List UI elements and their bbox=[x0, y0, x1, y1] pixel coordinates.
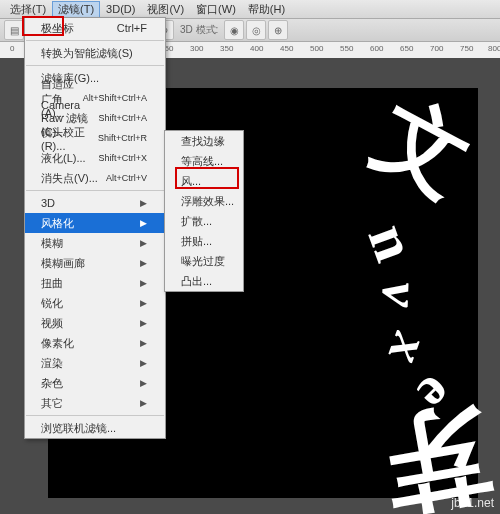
mode-label: 3D 模式: bbox=[176, 23, 222, 37]
ruler-mark: 700 bbox=[430, 44, 443, 53]
menu-label: 扭曲 bbox=[41, 276, 63, 291]
menu-item-sharpen[interactable]: 锐化▶ bbox=[25, 293, 165, 313]
submenu-arrow-icon: ▶ bbox=[140, 298, 147, 308]
ruler-mark: 550 bbox=[340, 44, 353, 53]
menu-label: 转换为智能滤镜(S) bbox=[41, 46, 133, 61]
menu-shortcut: Shift+Ctrl+A bbox=[98, 113, 147, 123]
submenu-arrow-icon: ▶ bbox=[140, 258, 147, 268]
canvas-text: v bbox=[369, 281, 433, 308]
submenu-item-contour[interactable]: 等高线... bbox=[165, 151, 243, 171]
ruler-mark: 300 bbox=[190, 44, 203, 53]
ruler-mark: 650 bbox=[400, 44, 413, 53]
submenu-arrow-icon: ▶ bbox=[140, 378, 147, 388]
menu-label: 风格化 bbox=[41, 216, 74, 231]
menu-item-smart-filter[interactable]: 转换为智能滤镜(S) bbox=[25, 43, 165, 63]
canvas-text: n bbox=[353, 215, 429, 270]
submenu-arrow-icon: ▶ bbox=[140, 338, 147, 348]
menu-item-noise[interactable]: 杂色▶ bbox=[25, 373, 165, 393]
menu-separator bbox=[26, 190, 164, 191]
menu-label: 浏览联机滤镜... bbox=[41, 421, 116, 436]
ruler-mark: 500 bbox=[310, 44, 323, 53]
menu-label: 镜头校正(R)... bbox=[41, 125, 98, 152]
ruler-mark: 400 bbox=[250, 44, 263, 53]
tool-button[interactable]: ▤ bbox=[4, 20, 24, 40]
menu-label: 模糊画廊 bbox=[41, 256, 85, 271]
submenu-item-extrude[interactable]: 凸出... bbox=[165, 271, 243, 291]
submenu-arrow-icon: ▶ bbox=[140, 358, 147, 368]
menu-item-pixelate[interactable]: 像素化▶ bbox=[25, 333, 165, 353]
menu-separator bbox=[26, 415, 164, 416]
menu-item-lens-correction[interactable]: 镜头校正(R)...Shift+Ctrl+R bbox=[25, 128, 165, 148]
menu-item-video[interactable]: 视频▶ bbox=[25, 313, 165, 333]
ruler-mark: 750 bbox=[460, 44, 473, 53]
menu-view[interactable]: 视图(V) bbox=[141, 1, 190, 18]
menu-shortcut: Shift+Ctrl+R bbox=[98, 133, 147, 143]
canvas-text: 芽 bbox=[372, 380, 500, 514]
menu-shortcut: Shift+Ctrl+X bbox=[98, 153, 147, 163]
menu-separator bbox=[26, 65, 164, 66]
tool-button[interactable]: ◎ bbox=[246, 20, 266, 40]
menu-separator bbox=[26, 40, 164, 41]
menu-shortcut: Alt+Ctrl+V bbox=[106, 173, 147, 183]
menu-label: 其它 bbox=[41, 396, 63, 411]
menu-item-render[interactable]: 渲染▶ bbox=[25, 353, 165, 373]
submenu-arrow-icon: ▶ bbox=[140, 238, 147, 248]
menu-item-other[interactable]: 其它▶ bbox=[25, 393, 165, 413]
submenu-item-solarize[interactable]: 曝光过度 bbox=[165, 251, 243, 271]
submenu-item-find-edges[interactable]: 查找边缘 bbox=[165, 131, 243, 151]
ruler-mark: 800 bbox=[488, 44, 500, 53]
menu-item-browse-online[interactable]: 浏览联机滤镜... bbox=[25, 418, 165, 438]
menu-window[interactable]: 窗口(W) bbox=[190, 1, 242, 18]
canvas-text: x bbox=[375, 326, 444, 373]
ruler-mark: 0 bbox=[10, 44, 14, 53]
submenu-item-diffuse[interactable]: 扩散... bbox=[165, 211, 243, 231]
submenu-arrow-icon: ▶ bbox=[140, 318, 147, 328]
menu-label: 3D bbox=[41, 197, 55, 209]
menu-item-vanishing-point[interactable]: 消失点(V)...Alt+Ctrl+V bbox=[25, 168, 165, 188]
canvas-text: 文 bbox=[355, 74, 492, 224]
menu-item-blur-gallery[interactable]: 模糊画廊▶ bbox=[25, 253, 165, 273]
menu-help[interactable]: 帮助(H) bbox=[242, 1, 291, 18]
menu-label: 杂色 bbox=[41, 376, 63, 391]
menu-item-last-filter[interactable]: 极坐标Ctrl+F bbox=[25, 18, 165, 38]
menu-label: 视频 bbox=[41, 316, 63, 331]
menu-3d[interactable]: 3D(D) bbox=[100, 2, 141, 16]
watermark: jb51.net bbox=[451, 496, 494, 510]
ruler-mark: 600 bbox=[370, 44, 383, 53]
ruler-mark: 450 bbox=[280, 44, 293, 53]
menu-select[interactable]: 选择(T) bbox=[4, 1, 52, 18]
submenu-arrow-icon: ▶ bbox=[140, 398, 147, 408]
menu-label: 像素化 bbox=[41, 336, 74, 351]
menu-label: 渲染 bbox=[41, 356, 63, 371]
submenu-item-wind[interactable]: 风... bbox=[165, 171, 243, 191]
ruler-mark: 350 bbox=[220, 44, 233, 53]
menu-item-distort[interactable]: 扭曲▶ bbox=[25, 273, 165, 293]
menu-label: 消失点(V)... bbox=[41, 171, 98, 186]
filter-menu-dropdown: 极坐标Ctrl+F 转换为智能滤镜(S) 滤镜库(G)... 自适应广角(A).… bbox=[24, 17, 166, 439]
tool-button[interactable]: ◉ bbox=[224, 20, 244, 40]
menu-filter[interactable]: 滤镜(T) bbox=[52, 1, 100, 18]
menu-item-3d[interactable]: 3D▶ bbox=[25, 193, 165, 213]
menu-label: 液化(L)... bbox=[41, 151, 86, 166]
menu-item-blur[interactable]: 模糊▶ bbox=[25, 233, 165, 253]
submenu-arrow-icon: ▶ bbox=[140, 198, 147, 208]
submenu-item-emboss[interactable]: 浮雕效果... bbox=[165, 191, 243, 211]
submenu-arrow-icon: ▶ bbox=[140, 218, 147, 228]
menu-item-stylize[interactable]: 风格化▶ bbox=[25, 213, 165, 233]
submenu-item-tiles[interactable]: 拼贴... bbox=[165, 231, 243, 251]
menu-label: 极坐标 bbox=[41, 21, 74, 36]
submenu-arrow-icon: ▶ bbox=[140, 278, 147, 288]
menu-shortcut: Ctrl+F bbox=[117, 22, 147, 34]
tool-button[interactable]: ⊕ bbox=[268, 20, 288, 40]
stylize-submenu: 查找边缘 等高线... 风... 浮雕效果... 扩散... 拼贴... 曝光过… bbox=[164, 130, 244, 292]
menu-label: 锐化 bbox=[41, 296, 63, 311]
menu-label: 模糊 bbox=[41, 236, 63, 251]
